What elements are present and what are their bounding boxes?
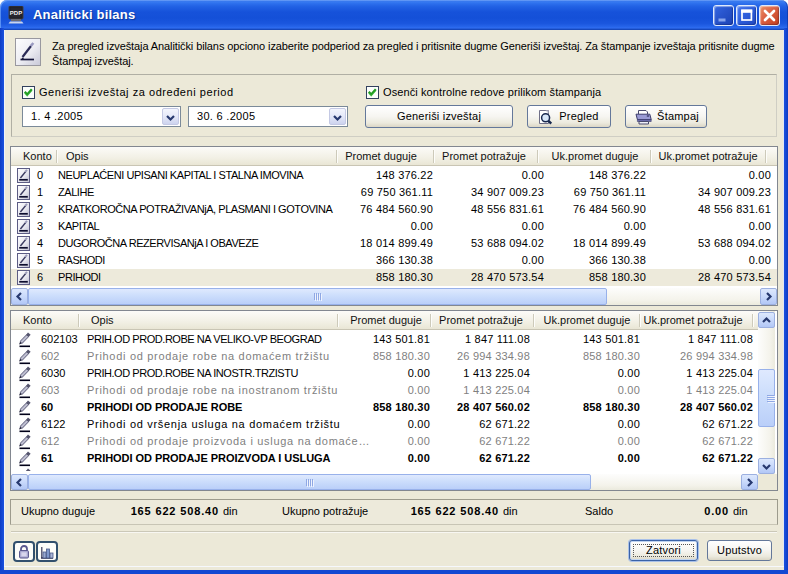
svg-text:PDP: PDP xyxy=(10,10,22,16)
